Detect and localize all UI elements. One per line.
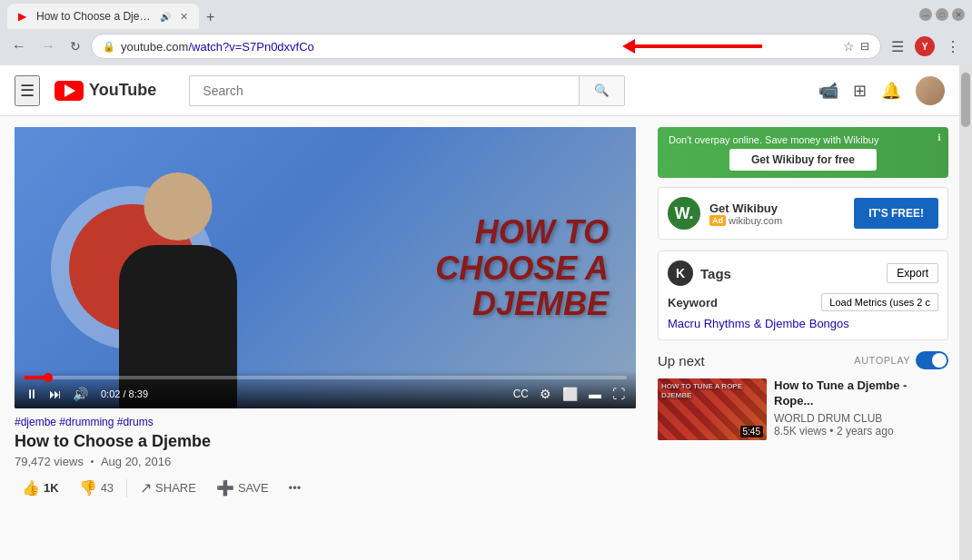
video-tags[interactable]: #djembe #drumming #drums [15, 416, 636, 428]
play-pause-button[interactable]: ⏸ [24, 385, 40, 403]
forward-button[interactable]: → [36, 36, 60, 56]
close-button[interactable]: ✕ [952, 8, 965, 21]
main-layout: HOW TO CHOOSE A DJEMBE ⏸ [0, 116, 959, 560]
save-button[interactable]: ➕ SAVE [209, 476, 276, 500]
lock-icon: 🔒 [103, 41, 115, 53]
wikibuy-cta-button[interactable]: IT'S FREE! [854, 198, 938, 229]
share-icon: ↗ [140, 479, 152, 496]
wikibuy-logo: W. [668, 197, 700, 230]
tab-close-button[interactable]: ✕ [180, 11, 188, 23]
share-button[interactable]: ↗ SHARE [133, 476, 203, 500]
video-info: #djembe #drumming #drums How to Choose a… [15, 416, 636, 500]
scrollbar-thumb[interactable] [961, 73, 970, 127]
tab-title: How to Choose a Djembe [36, 10, 154, 23]
publish-date: Aug 20, 2016 [101, 455, 171, 468]
search-input[interactable] [189, 75, 579, 106]
controls-row: ⏸ ⏭ 🔊 0:02 / 8:39 CC ⚙ ⬜ ▬ ⛶ [24, 385, 627, 403]
user-avatar[interactable] [916, 76, 945, 105]
dislike-button[interactable]: 👎 43 [72, 476, 121, 500]
overlay-line3: DJEMBE [435, 286, 609, 322]
volume-button[interactable]: 🔊 [71, 385, 90, 403]
next-video-title: How to Tune a Djembe - Rope... [774, 378, 948, 409]
tags-header: K Tags Export [668, 260, 938, 286]
save-label: SAVE [238, 481, 269, 495]
video-title-overlay: HOW TO CHOOSE A DJEMBE [435, 214, 609, 322]
save-icon: ➕ [216, 479, 234, 496]
action-divider [126, 479, 127, 497]
cast-icon[interactable]: ⊟ [860, 40, 869, 53]
ad-banner-title: Don't overpay online. Save money with Wi… [669, 134, 937, 145]
export-button[interactable]: Export [887, 263, 938, 283]
theater-button[interactable]: ▬ [587, 385, 603, 403]
tags-k-icon: K [668, 260, 693, 286]
search-icon: 🔍 [594, 84, 610, 97]
scrollbar[interactable] [959, 65, 972, 560]
next-button[interactable]: ⏭ [47, 385, 64, 403]
up-next-section: Up next AUTOPLAY [658, 351, 948, 440]
ad-badge: Ad [709, 215, 726, 226]
next-video-thumbnail: HOW TO TUNE A ROPE DJEMBE 5:45 [658, 378, 767, 440]
load-metrics-button[interactable]: Load Metrics (uses 2 c [821, 293, 938, 311]
person-head [144, 172, 213, 241]
youtube-logo[interactable]: YouTube [55, 81, 156, 101]
header-right-icons: 📹 ⊞ 🔔 [818, 76, 945, 105]
miniplayer-button[interactable]: ⬜ [560, 385, 580, 403]
video-thumbnail: HOW TO CHOOSE A DJEMBE [15, 127, 636, 408]
browser-chrome: ▶ How to Choose a Djembe 🔊 ✕ + — □ ✕ ← →… [0, 0, 972, 65]
extension-icon[interactable]: Y [910, 33, 939, 60]
notifications-icon[interactable]: 🔔 [881, 81, 901, 101]
next-video-item[interactable]: HOW TO TUNE A ROPE DJEMBE 5:45 How to Tu… [658, 378, 948, 440]
tags-title: Tags [700, 266, 731, 281]
new-tab-button[interactable]: + [199, 5, 222, 29]
address-url: youtube.com/watch?v=S7Pn0dxvfCo [121, 40, 838, 54]
captions-button[interactable]: CC [511, 385, 531, 403]
more-options-button[interactable]: ••• [282, 477, 309, 498]
page-content: ☰ YouTube 🔍 📹 ⊞ 🔔 [0, 65, 959, 560]
youtube-menu-button[interactable]: ☰ [15, 75, 40, 106]
title-bar: ▶ How to Choose a Djembe 🔊 ✕ + — □ ✕ [0, 0, 972, 29]
search-button[interactable]: 🔍 [579, 75, 625, 106]
address-bar-right: ☰ Y ⋮ [887, 33, 965, 60]
upload-icon[interactable]: 📹 [818, 81, 838, 101]
next-video-info: How to Tune a Djembe - Rope... WORLD DRU… [774, 378, 948, 440]
minimize-button[interactable]: — [919, 8, 932, 21]
back-button[interactable]: ← [7, 36, 31, 56]
video-meta: 79,472 views Aug 20, 2016 [15, 455, 636, 468]
more-icon: ••• [289, 481, 302, 495]
maximize-button[interactable]: □ [936, 8, 948, 21]
bookmark-icon[interactable]: ☆ [843, 39, 855, 54]
play-icon [64, 84, 75, 97]
dislike-count: 43 [101, 481, 114, 495]
tags-section: K Tags Export Keyword Load Metrics (uses… [658, 251, 948, 340]
reload-button[interactable]: ↻ [65, 37, 85, 55]
autoplay-label: AUTOPLAY [854, 355, 910, 366]
address-bar[interactable]: 🔒 youtube.com/watch?v=S7Pn0dxvfCo ☆ ⊟ [91, 34, 881, 59]
chrome-menu-icon[interactable]: ⋮ [941, 34, 965, 59]
thumbs-down-icon: 👎 [79, 479, 97, 496]
tab-area: ▶ How to Choose a Djembe 🔊 ✕ + [7, 0, 222, 29]
address-bar-row: ← → ↻ 🔒 youtube.com/watch?v=S7Pn0dxvfCo … [0, 29, 972, 65]
progress-bar[interactable] [24, 376, 627, 379]
youtube-logo-icon [55, 81, 84, 101]
like-button[interactable]: 👍 1K [15, 476, 66, 500]
like-count: 1K [44, 481, 59, 495]
next-video-duration: 5:45 [740, 426, 763, 437]
wikibuy-ad-card: W. Get Wikibuy Ad wikibuy.com IT'S FREE! [658, 187, 948, 240]
time-display: 0:02 / 8:39 [101, 388, 148, 399]
tag-link-2[interactable]: Bongos [809, 317, 849, 330]
video-actions: 👍 1K 👎 43 ↗ SHARE ➕ [15, 476, 636, 500]
keyword-label: Keyword [668, 296, 718, 309]
ad-banner-button[interactable]: Get Wikibuy for free [729, 149, 877, 171]
settings-button[interactable]: ⚙ [538, 385, 553, 403]
autoplay-toggle[interactable] [916, 351, 948, 369]
fullscreen-button[interactable]: ⛶ [610, 385, 627, 403]
ad-info-icon[interactable]: ℹ [937, 133, 941, 142]
apps-icon[interactable]: ⊞ [853, 81, 867, 101]
bookmark-manager-icon[interactable]: ☰ [887, 34, 908, 59]
browser-tab[interactable]: ▶ How to Choose a Djembe 🔊 ✕ [7, 4, 199, 29]
youtube-logo-text: YouTube [89, 81, 156, 100]
wikibuy-domain: Ad wikibuy.com [709, 215, 845, 226]
tag-link-1[interactable]: Macru Rhythms & Djembe [668, 317, 806, 330]
video-player[interactable]: HOW TO CHOOSE A DJEMBE ⏸ [15, 127, 636, 408]
tag-links: Macru Rhythms & Djembe Bongos [668, 317, 938, 330]
